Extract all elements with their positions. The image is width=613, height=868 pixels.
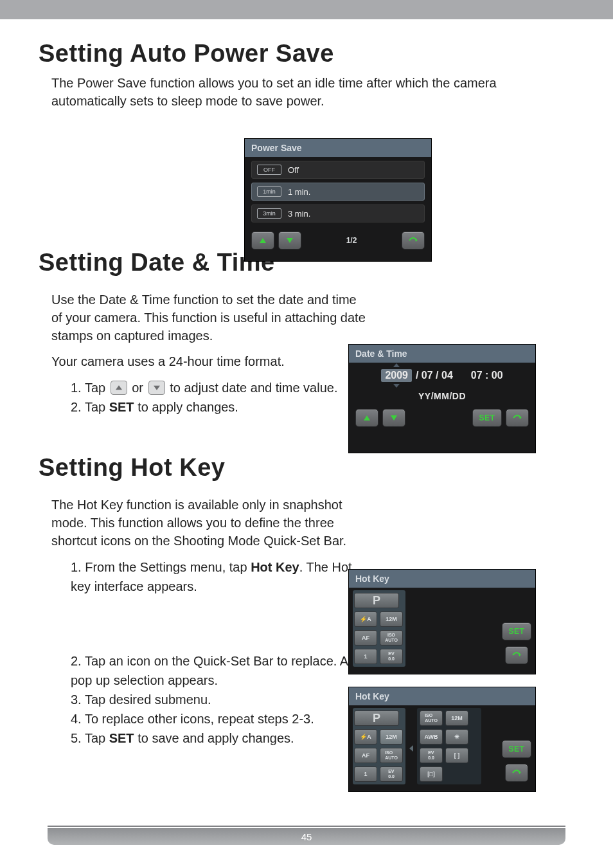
para-date-time-2: Your camera uses a 24-hour time format. bbox=[51, 352, 366, 370]
top-gray-bar bbox=[0, 0, 613, 19]
popup-wb-icon-chip[interactable]: ☀ bbox=[445, 729, 468, 745]
iso-auto-chip[interactable]: ISO AUTO bbox=[380, 748, 403, 763]
off-badge-icon: OFF bbox=[257, 165, 281, 175]
up-button[interactable] bbox=[355, 409, 378, 427]
inline-up-icon bbox=[111, 381, 127, 395]
heading-hot-key: Setting Hot Key bbox=[39, 454, 574, 482]
hotkey-panel-2: Hot Key P ⚡A 12M AF ISO AUTO 1 EV 0.0 bbox=[348, 687, 536, 792]
page-footer-bar: 45 bbox=[48, 826, 565, 845]
back-arrow-icon bbox=[511, 769, 522, 777]
powersave-item-label: Off bbox=[288, 165, 299, 175]
back-button[interactable] bbox=[402, 231, 425, 249]
mode-p-chip[interactable]: P bbox=[354, 710, 399, 726]
set-label: SET bbox=[479, 413, 495, 422]
popup-awb-chip[interactable]: AWB bbox=[420, 729, 443, 745]
set-label: SET bbox=[509, 627, 525, 636]
triangle-down-icon bbox=[287, 238, 293, 243]
resolution-chip-selected[interactable]: 12M bbox=[380, 729, 403, 745]
popup-resolution-chip[interactable]: 12M bbox=[445, 710, 468, 726]
powersave-item-off[interactable]: OFF Off bbox=[251, 161, 425, 179]
powersave-title: Power Save bbox=[245, 139, 431, 157]
datetime-format: YY/MM/DD bbox=[355, 391, 529, 401]
popup-caret-icon bbox=[409, 745, 413, 752]
ev-chip[interactable]: EV 0.0 bbox=[380, 649, 403, 664]
datetime-title: Date & Time bbox=[349, 345, 535, 363]
resolution-chip[interactable]: 12M bbox=[380, 611, 403, 627]
back-button[interactable] bbox=[505, 764, 528, 782]
hotkey-popup: ISO AUTO 12M AWB ☀ EV 0.0 [ ] [□] bbox=[417, 708, 481, 784]
page-indicator: 1/2 bbox=[305, 236, 398, 245]
datetime-time: 07 : 00 bbox=[471, 370, 503, 381]
triangle-down-icon bbox=[391, 415, 397, 420]
ev-chip[interactable]: EV 0.0 bbox=[380, 766, 403, 782]
page-number: 45 bbox=[301, 831, 312, 842]
datetime-date-rest: / 07 / 04 bbox=[416, 370, 453, 381]
heading-auto-power-save: Setting Auto Power Save bbox=[39, 40, 574, 68]
hotkey-step-5: 5. Tap SET to save and apply changes. bbox=[71, 728, 366, 748]
hotkey-step-2: 2. Tap an icon on the Quick-Set Bar to r… bbox=[71, 651, 366, 690]
clock-3min-icon: 3min bbox=[257, 208, 281, 219]
datetime-year-selected[interactable]: 2009 bbox=[381, 369, 412, 382]
hotkey-title: Hot Key bbox=[349, 687, 535, 705]
triangle-up-icon bbox=[364, 415, 370, 420]
hotkey-title: Hot Key bbox=[349, 570, 535, 588]
hotkey-step-4: 4. To replace other icons, repeat steps … bbox=[71, 709, 366, 728]
down-button[interactable] bbox=[278, 231, 301, 249]
set-button[interactable]: SET bbox=[502, 622, 531, 640]
datetime-value[interactable]: 2009 / 07 / 04 07 : 00 bbox=[381, 369, 502, 382]
af-chip[interactable]: AF bbox=[354, 630, 377, 646]
quickset-bar: P ⚡A 12M AF ISO AUTO 1 EV 0.0 bbox=[353, 708, 405, 784]
powersave-item-3min[interactable]: 3min 3 min. bbox=[251, 204, 425, 222]
drive-single-chip[interactable]: 1 bbox=[354, 766, 377, 782]
triangle-up-icon bbox=[260, 238, 266, 243]
hotkey-step-3: 3. Tap desired submenu. bbox=[71, 690, 366, 709]
datetime-step-2: 2. Tap SET to apply changes. bbox=[71, 397, 366, 417]
powersave-item-1min[interactable]: 1min 1 min. bbox=[251, 183, 425, 201]
set-label: SET bbox=[509, 745, 525, 754]
clock-1min-icon: 1min bbox=[257, 186, 281, 197]
back-arrow-icon bbox=[511, 651, 522, 659]
back-button[interactable] bbox=[505, 646, 528, 664]
back-arrow-icon bbox=[512, 414, 522, 422]
datetime-step-1: 1. Tap or to adjust date and time value. bbox=[71, 378, 366, 397]
flash-auto-chip[interactable]: ⚡A bbox=[354, 611, 377, 627]
popup-metering-chip[interactable]: [ ] bbox=[445, 748, 468, 763]
flash-auto-chip[interactable]: ⚡A bbox=[354, 729, 377, 745]
iso-auto-chip[interactable]: ISO AUTO bbox=[380, 630, 403, 646]
datetime-panel: Date & Time 2009 / 07 / 04 07 : 00 YY/MM… bbox=[348, 344, 536, 453]
powersave-item-label: 3 min. bbox=[288, 209, 310, 219]
set-button[interactable]: SET bbox=[472, 409, 502, 427]
inline-down-icon bbox=[148, 381, 165, 395]
para-hot-key: The Hot Key function is available only i… bbox=[51, 496, 366, 550]
popup-iso-chip[interactable]: ISO AUTO bbox=[420, 710, 443, 726]
powersave-item-label: 1 min. bbox=[288, 187, 310, 197]
hotkey-panel-1: Hot Key P ⚡A 12M AF ISO AUTO 1 EV 0.0 bbox=[348, 569, 536, 674]
mode-p-chip[interactable]: P bbox=[354, 593, 399, 608]
quickset-bar: P ⚡A 12M AF ISO AUTO 1 EV 0.0 bbox=[353, 590, 405, 667]
para-auto-power-save: The Power Save function allows you to se… bbox=[51, 74, 565, 110]
up-button[interactable] bbox=[251, 231, 274, 249]
back-button[interactable] bbox=[506, 409, 529, 427]
back-arrow-icon bbox=[408, 237, 418, 244]
af-chip[interactable]: AF bbox=[354, 748, 377, 763]
down-button[interactable] bbox=[382, 409, 405, 427]
powersave-panel: Power Save OFF Off 1min 1 min. 3min 3 mi… bbox=[244, 138, 432, 262]
drive-single-chip[interactable]: 1 bbox=[354, 649, 377, 664]
hotkey-step-1: 1. From the Settings menu, tap Hot Key. … bbox=[71, 557, 366, 596]
set-button[interactable]: SET bbox=[502, 740, 531, 758]
para-date-time-1: Use the Date & Time function to set the … bbox=[51, 291, 366, 345]
popup-afarea-chip[interactable]: [□] bbox=[420, 766, 443, 782]
popup-ev-chip[interactable]: EV 0.0 bbox=[420, 748, 443, 763]
